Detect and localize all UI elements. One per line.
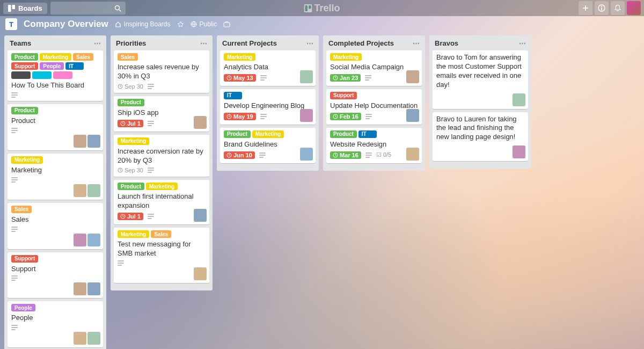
description-icon (148, 214, 154, 219)
card-labels: MarketingSales (118, 230, 206, 238)
member-avatar[interactable] (406, 109, 419, 122)
member-avatar[interactable] (513, 146, 525, 158)
list-title[interactable]: Completed Projects (328, 39, 394, 47)
visibility-button[interactable]: Public (191, 20, 217, 28)
card-members (300, 70, 313, 83)
list-menu-button[interactable]: ⋯ (413, 39, 420, 47)
list: Bravos⋯Bravo to Tom for answering the mo… (429, 35, 531, 169)
user-avatar[interactable] (627, 1, 641, 15)
card-title: Develop Engineering Blog (224, 101, 312, 111)
member-avatar[interactable] (87, 184, 100, 197)
member-avatar[interactable] (300, 148, 313, 161)
inspiring-boards-link[interactable]: Inspiring Boards (115, 20, 171, 28)
boards-button[interactable]: Boards (3, 3, 47, 14)
label: Product (118, 183, 144, 190)
description-icon (365, 152, 372, 158)
notifications-button[interactable] (611, 1, 625, 15)
card[interactable]: MarketingMarketing (8, 154, 103, 200)
label: Support (11, 62, 38, 70)
member-avatar[interactable] (513, 93, 525, 106)
card[interactable]: ProductMarketingSalesSupportPeopleITHow … (8, 50, 103, 101)
card[interactable]: SalesIncrease sales revenue by 30% in Q3… (114, 50, 209, 93)
member-avatar[interactable] (406, 148, 419, 161)
card[interactable]: SupportUpdate Help DocumentationFeb 16 (326, 89, 422, 125)
card[interactable]: ProductProduct (8, 104, 103, 150)
card-badges: Feb 16 (330, 113, 418, 120)
card-members (74, 184, 100, 197)
member-avatar[interactable] (194, 209, 207, 222)
card[interactable]: ProductITWebsite RedesignMar 16☑ 0/5 (326, 128, 422, 163)
card[interactable]: MarketingAnalytics DataMay 13 (220, 50, 316, 86)
calendar-button[interactable] (223, 21, 230, 27)
card-labels: Marketing (330, 53, 418, 61)
label: People (11, 304, 35, 311)
card[interactable]: MarketingSalesTest new messaging for SMB… (114, 228, 209, 283)
description-icon (118, 260, 124, 266)
card[interactable]: Bravo to Tom for answering the most Cust… (433, 50, 528, 109)
card-title: Launch first international expansion (118, 192, 206, 210)
list-title[interactable]: Teams (10, 39, 31, 47)
card[interactable]: ITDevelop Engineering BlogMay 19 (220, 89, 316, 125)
member-avatar[interactable] (406, 70, 419, 83)
trello-logo[interactable]: Trello (304, 3, 340, 14)
card[interactable]: ProductMarketingBrand GuidelinesJun 10 (220, 128, 316, 163)
member-avatar[interactable] (87, 282, 100, 295)
label: Support (330, 92, 357, 99)
card-labels: Support (330, 92, 418, 99)
member-avatar[interactable] (74, 282, 86, 295)
list-menu-button[interactable]: ⋯ (200, 39, 207, 47)
card[interactable]: SalesSales (8, 203, 103, 249)
add-button[interactable] (579, 1, 592, 15)
card-title: Increase sales revenue by 30% in Q3 (118, 63, 206, 81)
label: IT (65, 62, 84, 70)
card-badges: Jul 1 (118, 213, 206, 220)
plus-icon (582, 5, 589, 11)
member-avatar[interactable] (194, 267, 207, 280)
list-menu-button[interactable]: ⋯ (306, 39, 313, 47)
card[interactable]: ProductMarketingLaunch first internation… (114, 180, 209, 224)
search-input[interactable] (50, 2, 126, 14)
member-avatar[interactable] (87, 135, 100, 148)
member-avatar[interactable] (87, 332, 100, 345)
label: Product (330, 130, 357, 138)
card[interactable]: PeoplePeople (8, 301, 103, 347)
label: Marketing (118, 230, 149, 238)
card[interactable]: Bravo to Lauren for taking the lead and … (433, 112, 528, 162)
card-badges: May 13 (224, 74, 312, 82)
list-title[interactable]: Current Projects (222, 39, 277, 47)
member-avatar[interactable] (300, 109, 313, 122)
board-logo-icon: T (5, 18, 17, 30)
member-avatar[interactable] (87, 234, 100, 246)
topbar-right (579, 1, 641, 15)
label: Marketing (146, 183, 178, 190)
member-avatar[interactable] (194, 116, 207, 129)
star-button[interactable] (177, 21, 184, 28)
board-header: T Company Overview Inspiring Boards Publ… (0, 16, 644, 32)
card-labels: Support (11, 255, 99, 263)
card[interactable]: ProductShip iOS appJul 1 (114, 96, 209, 132)
member-avatar[interactable] (300, 70, 313, 83)
card[interactable]: MarketingSocial Media CampaignJan 23 (326, 50, 422, 86)
card-title: Brand Guidelines (224, 140, 312, 149)
due-date-badge: May 19 (224, 113, 256, 120)
list-menu-button[interactable]: ⋯ (519, 39, 526, 47)
card-members (74, 332, 100, 345)
member-avatar[interactable] (74, 135, 86, 148)
description-icon (259, 152, 266, 158)
card-title: Bravo to Tom for answering the most Cust… (436, 53, 524, 90)
list-menu-button[interactable]: ⋯ (94, 39, 101, 47)
card[interactable]: MarketingIncrease conversion rate by 20%… (114, 135, 209, 177)
label: Sales (73, 53, 93, 61)
card[interactable]: SupportSupport (8, 252, 103, 299)
home-icon (115, 21, 121, 27)
list-title[interactable]: Bravos (435, 39, 458, 47)
list-title[interactable]: Priorities (116, 39, 146, 47)
info-button[interactable] (595, 1, 609, 15)
member-avatar[interactable] (74, 332, 86, 345)
card-labels: ProductMarketing (118, 183, 206, 190)
member-avatar[interactable] (74, 234, 86, 246)
member-avatar[interactable] (74, 184, 86, 197)
description-icon (11, 275, 18, 281)
card-members (194, 209, 207, 222)
card-title: Marketing (11, 166, 99, 175)
